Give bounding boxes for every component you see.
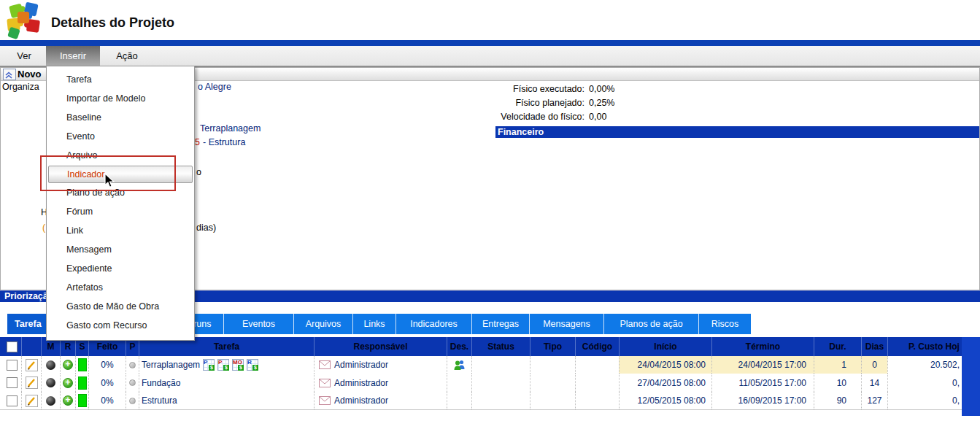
- puzzle-logo-icon: [3, 1, 48, 39]
- menu-item-forum[interactable]: Fórum: [47, 203, 194, 222]
- organization-label-fragment: Organiza: [2, 82, 39, 92]
- days-value: 0: [861, 356, 887, 374]
- planilha-p-red-icon[interactable]: P: [217, 359, 229, 371]
- header-codigo[interactable]: Código: [575, 337, 619, 356]
- status-sphere-icon: [46, 360, 55, 370]
- task-name-link[interactable]: Fundação: [139, 378, 180, 388]
- menu-item-tarefa[interactable]: Tarefa: [47, 71, 194, 90]
- start-date: 12/05/2015 08:00: [619, 392, 711, 409]
- menu-item-evento[interactable]: Evento: [47, 128, 194, 147]
- dias-fragment: dias): [196, 223, 216, 233]
- collapse-icon[interactable]: [3, 69, 16, 80]
- tab-links[interactable]: Links: [352, 314, 396, 334]
- menu-item-gasto-com-recurso[interactable]: Gasto com Recurso: [47, 317, 194, 336]
- envelope-icon[interactable]: [319, 360, 331, 369]
- table-row: 0% TerraplanagemPPMOR Administrador 24/0…: [0, 356, 980, 374]
- edit-pencil-icon[interactable]: [26, 359, 38, 371]
- duration-value: 90: [814, 392, 861, 409]
- menu-item-importar-de-modelo[interactable]: Importar de Modelo: [47, 90, 194, 109]
- menubar: Ver Inserir Ação: [0, 46, 980, 67]
- start-date: 24/04/2015 08:00: [619, 356, 711, 374]
- menu-item-artefatos[interactable]: Artefatos: [47, 279, 194, 298]
- table-row: 0% Fundação Administrador 27/04/2015 08:…: [0, 374, 980, 393]
- menu-inserir[interactable]: Inserir: [46, 46, 100, 66]
- task-name-link[interactable]: Terraplanagem: [139, 360, 200, 370]
- header-responsavel[interactable]: Responsável: [314, 337, 447, 356]
- add-plus-icon[interactable]: [63, 395, 73, 406]
- menu-item-gasto-mao-de-obra[interactable]: Gasto de Mão de Obra: [47, 298, 194, 317]
- header-status[interactable]: Status: [471, 337, 530, 356]
- velocidade-fisico-label: Velocidade do físico:: [395, 112, 584, 122]
- responsible-name[interactable]: Administrador: [334, 360, 388, 370]
- planilha-mo-icon[interactable]: MO: [232, 359, 244, 371]
- tab-eventos[interactable]: Eventos: [223, 314, 293, 334]
- edit-pencil-icon[interactable]: [26, 376, 38, 389]
- tab-indicadores[interactable]: Indicadores: [396, 314, 471, 334]
- task-name-link[interactable]: Estrutura: [139, 395, 177, 406]
- menu-item-mensagem[interactable]: Mensagem: [47, 241, 194, 260]
- task-link-terraplanagem[interactable]: Terraplanagem: [200, 123, 261, 134]
- header-dur[interactable]: Dur.: [814, 337, 861, 356]
- table-right-scroll-strip[interactable]: [962, 337, 980, 416]
- row-checkbox[interactable]: [7, 377, 18, 388]
- days-value: 127: [861, 392, 887, 409]
- header-dias[interactable]: Dias: [861, 337, 887, 356]
- header-termino[interactable]: Término: [711, 337, 814, 356]
- start-date: 27/04/2015 08:00: [619, 374, 711, 392]
- progress-percent: 0%: [88, 392, 126, 409]
- menu-item-expediente[interactable]: Expediente: [47, 260, 194, 279]
- select-all-cell: [2, 337, 21, 356]
- mouse-cursor: [104, 173, 115, 189]
- envelope-icon[interactable]: [319, 379, 331, 387]
- responsible-name[interactable]: Administrador: [334, 395, 388, 406]
- organization-value-fragment: o Alegre: [198, 82, 231, 92]
- row-checkbox[interactable]: [7, 360, 18, 371]
- menu-item-baseline[interactable]: Baseline: [47, 109, 194, 128]
- header-des[interactable]: Des.: [447, 337, 471, 356]
- header-tipo[interactable]: Tipo: [530, 337, 575, 356]
- task-link-estrutura[interactable]: - Estrutura: [203, 137, 245, 147]
- tab-mensagens[interactable]: Mensagens: [529, 314, 603, 334]
- select-all-checkbox[interactable]: [7, 341, 18, 352]
- end-date: 24/04/2015 17:00: [711, 356, 814, 374]
- duration-value: 10: [814, 374, 861, 392]
- status-sphere-icon: [46, 396, 55, 406]
- planilha-r-icon[interactable]: R: [247, 359, 258, 371]
- priority-bullet-icon: [129, 379, 136, 386]
- page-title: Detalhes do Projeto: [51, 15, 174, 31]
- fisico-executado-label: Físico executado:: [395, 84, 584, 94]
- edit-pencil-icon[interactable]: [26, 395, 38, 407]
- status-green-bar: [78, 358, 87, 371]
- envelope-icon[interactable]: [319, 396, 331, 405]
- tab-planos-de-acao[interactable]: Planos de ação: [603, 314, 698, 334]
- status-green-bar: [78, 376, 87, 390]
- priority-bullet-icon: [129, 362, 136, 368]
- responsible-name[interactable]: Administrador: [334, 378, 388, 388]
- planilha-p-blue-icon[interactable]: P: [203, 359, 215, 371]
- financeiro-section-bar: Financeiro: [495, 126, 979, 138]
- days-value: 14: [861, 374, 887, 392]
- tab-arquivos[interactable]: Arquivos: [293, 314, 352, 334]
- team-people-icon[interactable]: [453, 360, 466, 370]
- fisico-planejado-label: Físico planejado:: [395, 98, 584, 108]
- priority-bullet-icon: [129, 398, 136, 404]
- status-green-bar: [78, 394, 87, 407]
- end-date: 16/09/2015 17:00: [711, 392, 814, 409]
- menu-item-link[interactable]: Link: [47, 222, 194, 241]
- menu-ver[interactable]: Ver: [6, 46, 42, 66]
- header-inicio[interactable]: Início: [619, 337, 711, 356]
- header-divider-bar: [0, 40, 980, 46]
- add-plus-icon[interactable]: [63, 360, 73, 370]
- status-sphere-icon: [46, 378, 55, 387]
- row-checkbox[interactable]: [7, 395, 18, 406]
- add-plus-icon[interactable]: [63, 378, 73, 388]
- velocidade-fisico-value: 0,00: [589, 112, 606, 122]
- tab-riscos[interactable]: Riscos: [698, 314, 751, 334]
- novo-section-title: Novo: [18, 69, 42, 80]
- header-edit-col: [21, 337, 41, 356]
- fisico-planejado-value: 0,25%: [589, 98, 614, 108]
- menu-acao[interactable]: Ação: [107, 46, 147, 66]
- task-date-fragment: 5: [195, 137, 200, 147]
- tab-entregas[interactable]: Entregas: [471, 314, 529, 334]
- fisico-executado-value: 0,00%: [589, 84, 614, 94]
